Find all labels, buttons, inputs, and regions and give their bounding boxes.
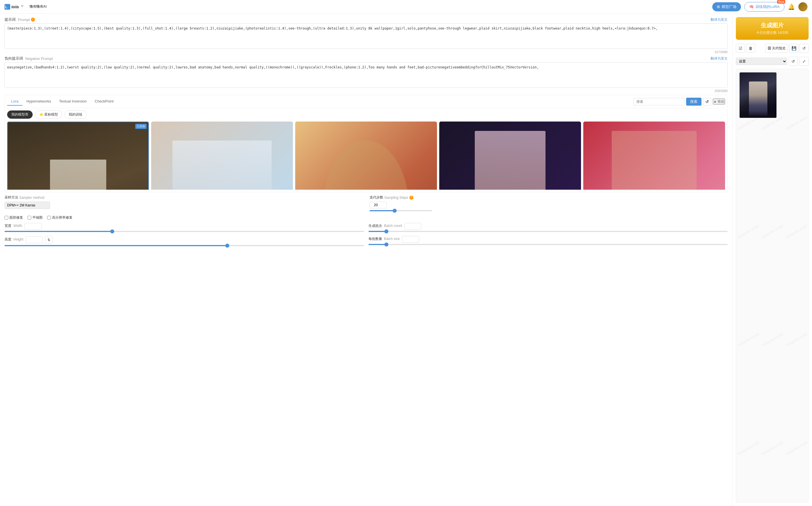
tiling-input[interactable] <box>27 216 31 220</box>
watermark-grid: 内容由Liblib AI生成 内容由Liblib AI生成 内容由Liblib … <box>736 69 808 502</box>
width-label: 宽度 Width <box>5 224 22 228</box>
prompt-char-count: 317/2000 <box>5 50 728 54</box>
steps-group: 迭代步数 Sampling Steps ? <box>370 195 728 211</box>
close-preview-button[interactable]: ☰ 关闭预览 <box>765 44 788 53</box>
neg-prompt-input[interactable]: easynegative,(badhandv4:1.2),(worst qual… <box>5 62 728 88</box>
checkbox-button[interactable]: ☑ <box>736 44 745 53</box>
model-figure <box>323 141 409 190</box>
width-slider-fill <box>5 231 112 232</box>
svg-text:AI: AI <box>21 5 23 7</box>
generate-label: 生成图片 <box>739 21 805 29</box>
model-plaza-button[interactable]: ⊞ 模型广场 <box>712 2 741 11</box>
left-panel: 提示词 Prompt ! 翻译为英文 (masterpiece:1.3),(st… <box>0 14 732 506</box>
tab-lora[interactable]: Lora <box>7 97 22 106</box>
model-card[interactable]: Xian-T手册修复lora（... <box>439 121 581 190</box>
model-card-thumbnail <box>151 121 293 190</box>
filter-my-models[interactable]: 我的模型库 <box>7 110 33 119</box>
search-button[interactable]: 搜索 <box>686 98 702 106</box>
notification-icon[interactable]: 🔔 <box>788 3 795 10</box>
batch-size-slider-track[interactable] <box>368 244 728 245</box>
tabs-header: Lora Hypernetworks Textual Inversion Che… <box>7 97 725 106</box>
search-input[interactable] <box>633 98 684 105</box>
tabs-list: Lora Hypernetworks Textual Inversion Che… <box>7 97 118 106</box>
train-lora-label: 训练我的LoRA <box>755 4 780 9</box>
batch-count-input[interactable]: 1 <box>404 223 421 230</box>
swap-dimensions-button[interactable]: ⇅ <box>45 236 53 244</box>
height-slider-fill <box>5 245 227 246</box>
height-slider-thumb[interactable] <box>225 244 229 248</box>
height-group: 高度 Height 1024 ⇅ <box>5 236 364 246</box>
train-lora-button[interactable]: Beta 🧠 训练我的LoRA <box>744 2 785 12</box>
right-refresh-button[interactable]: ↺ <box>789 57 798 66</box>
trash-button[interactable]: 🗑 <box>746 44 755 53</box>
steps-hint-icon[interactable]: ? <box>410 196 414 199</box>
sampler-group: 采样方法 Sampler method DPM++ 2M Karras Eule… <box>5 195 363 209</box>
face-restore-checkbox[interactable]: 面部修复 <box>5 215 23 220</box>
model-card-thumbnail <box>439 121 581 190</box>
neg-label-cn: 负向提示词 <box>5 56 23 61</box>
tab-hypernetworks[interactable]: Hypernetworks <box>22 97 55 106</box>
refresh-preview-button[interactable]: ↺ <box>800 44 809 53</box>
svg-text:L: L <box>5 5 7 9</box>
tiling-label: 平铺图 <box>32 215 43 220</box>
translate-prompt-link[interactable]: 翻译为英文 <box>711 17 728 22</box>
model-figure <box>612 131 697 190</box>
sampler-steps-row: 采样方法 Sampler method DPM++ 2M Karras Eule… <box>5 195 728 211</box>
width-slider-track[interactable] <box>5 231 364 232</box>
right-settings-select[interactable]: 设置 <box>736 58 787 65</box>
model-card[interactable]: 往事如烟·摄影_v1.0 <box>295 121 437 190</box>
hires-fix-input[interactable] <box>47 216 51 220</box>
batch-size-slider-thumb[interactable] <box>384 243 388 246</box>
header: L iblib AI 噜布噜布AI ⊞ 模型广场 Beta 🧠 训练我的LoRA… <box>0 0 812 14</box>
batch-size-label-row: 每批数量 Batch size 1 <box>368 236 728 243</box>
model-card-thumbnail <box>583 121 725 190</box>
tiling-checkbox[interactable]: 平铺图 <box>27 215 43 220</box>
model-figure <box>172 141 272 190</box>
model-grid: 已添加 0.80 【明月腿控】网红JK制... 真人写实-婚纱照双人... <box>7 121 725 190</box>
neg-prompt-section: 负向提示词 Negative Prompt 翻译为英文 easynegative… <box>5 56 728 93</box>
model-card[interactable]: 已添加 0.80 【明月腿控】网红JK制... <box>7 121 149 190</box>
height-input[interactable]: 1024 <box>25 237 43 243</box>
batch-count-label: 生成批次 Batch count <box>368 224 402 228</box>
height-section: 高度 Height 1024 ⇅ <box>5 236 728 246</box>
filter-starred[interactable]: ⭐ 星标模型 <box>35 110 62 119</box>
steps-slider-thumb[interactable] <box>393 209 396 213</box>
generate-button[interactable]: 生成图片 今日生图次数 14/100 <box>736 17 809 40</box>
save-button[interactable]: 💾 <box>789 44 798 53</box>
neg-prompt-label: 负向提示词 Negative Prompt <box>5 56 53 61</box>
filter-my-training[interactable]: 我的训练 <box>65 110 87 119</box>
refresh-models-button[interactable]: ↺ <box>703 98 711 106</box>
height-slider-track[interactable] <box>5 245 364 246</box>
sampler-select[interactable]: DPM++ 2M Karras Euler a Euler DPM++ SDE … <box>5 201 50 209</box>
translate-neg-link[interactable]: 翻译为英文 <box>711 56 728 61</box>
batch-count-slider-track[interactable] <box>368 231 728 232</box>
width-slider-thumb[interactable] <box>110 230 114 233</box>
steps-slider-track[interactable] <box>370 210 432 211</box>
width-group: 宽度 Width 512 <box>5 223 364 232</box>
batch-count-slider-thumb[interactable] <box>384 230 388 233</box>
hires-fix-checkbox[interactable]: 高分辨率修复 <box>47 215 72 220</box>
tab-textual-inversion[interactable]: Textual Inversion <box>55 97 91 106</box>
right-expand-button[interactable]: ⤢ <box>800 57 809 66</box>
prompt-input[interactable]: (masterpiece:1.3),(street:1.4),(cityscap… <box>5 23 728 49</box>
model-card[interactable]: 中式花嫁_v1.0 <box>583 121 725 190</box>
dim-section: 宽度 Width 512 <box>5 223 728 232</box>
width-input[interactable]: 512 <box>24 223 42 230</box>
right-panel: 生成图片 今日生图次数 14/100 ☑ 🗑 ☰ 关闭预览 💾 ↺ 设置 ↺ ⤢ <box>732 14 812 506</box>
neg-label-en: Negative Prompt <box>25 57 53 61</box>
preview-image-bg <box>740 72 777 118</box>
beta-badge: Beta <box>777 0 785 4</box>
avatar[interactable] <box>798 2 807 11</box>
model-card[interactable]: 真人写实-婚纱照双人... <box>151 121 293 190</box>
batch-size-input[interactable]: 1 <box>402 236 419 243</box>
tab-checkpoint[interactable]: CheckPoint <box>91 97 117 106</box>
batch-size-label: 每批数量 Batch size <box>368 237 400 241</box>
neg-prompt-label-row: 负向提示词 Negative Prompt 翻译为英文 <box>5 56 728 61</box>
model-figure <box>475 131 546 190</box>
right-settings-row: 设置 ↺ ⤢ <box>736 57 809 66</box>
collapse-button[interactable]: ▲ 收起 <box>713 98 725 104</box>
steps-input[interactable] <box>370 201 387 208</box>
face-restore-input[interactable] <box>5 216 8 220</box>
model-card-thumbnail <box>8 122 148 190</box>
prompt-hint-icon[interactable]: ! <box>31 18 35 21</box>
